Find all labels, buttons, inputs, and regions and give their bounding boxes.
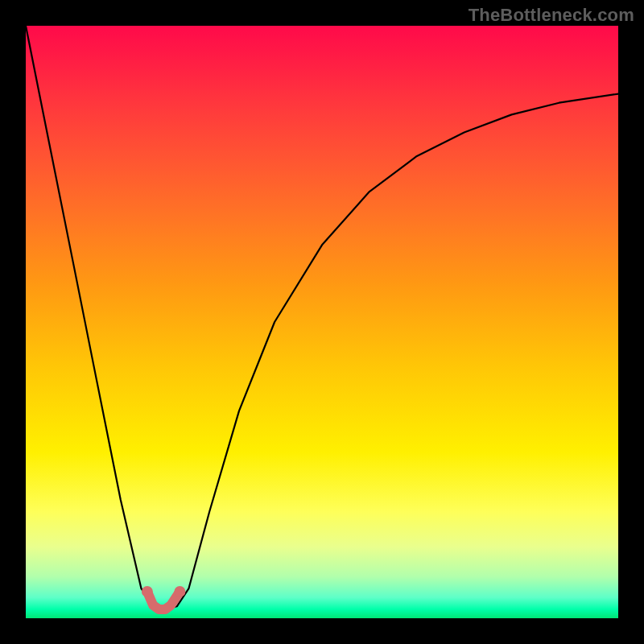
highlight-endpoints [142,586,186,597]
bottleneck-curve-svg [26,26,618,618]
watermark-text: TheBottleneck.com [469,5,634,26]
outer-frame: TheBottleneck.com [0,0,644,644]
highlight-end-dot [142,586,153,597]
bottleneck-curve [26,26,618,609]
plot-area [26,26,618,618]
highlight-end-dot [174,586,185,597]
